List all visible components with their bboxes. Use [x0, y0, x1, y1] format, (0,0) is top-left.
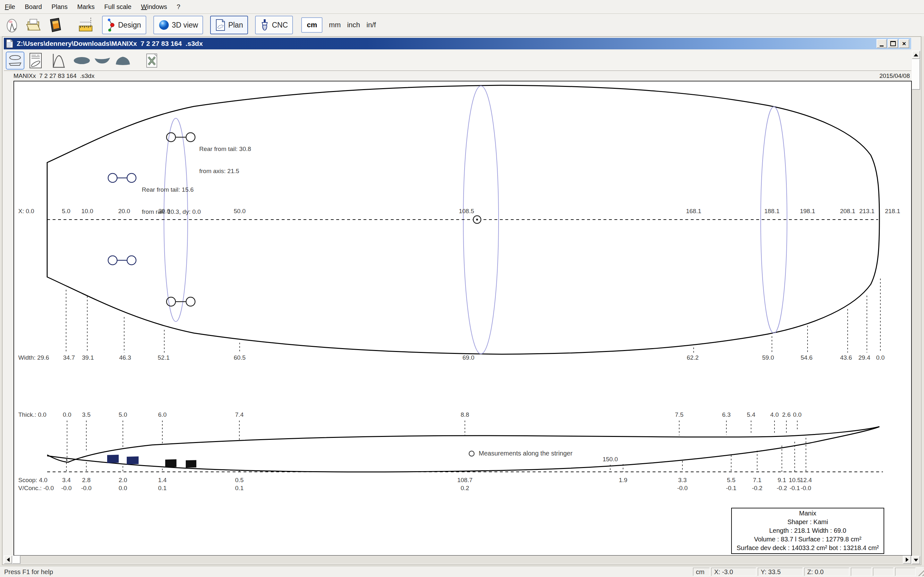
save-file-icon[interactable]	[46, 16, 63, 34]
measure-label: 0.2	[461, 485, 469, 492]
measure-label: 46.3	[120, 354, 131, 361]
minimize-icon	[880, 45, 884, 47]
crescent-icon	[94, 55, 111, 66]
spec-sheet-icon	[29, 52, 43, 69]
measure-label: -0.0	[801, 485, 811, 492]
maximize-button[interactable]	[888, 39, 898, 48]
menu-item-full-scale[interactable]: Full scale	[99, 0, 136, 13]
scroll-left-button[interactable]	[4, 556, 12, 564]
thickness-view-button[interactable]	[113, 52, 132, 69]
stringer-legend-marker	[469, 451, 474, 456]
length-150-label: 150.0	[603, 456, 618, 463]
measure-label: 0.0	[876, 354, 885, 361]
menu-item-plans[interactable]: Plans	[47, 0, 73, 13]
hand-pointer-icon	[5, 17, 19, 33]
area-curve-icon	[51, 53, 66, 69]
vertical-scroll-thumb[interactable]	[912, 59, 920, 90]
bottom-view-button[interactable]	[93, 52, 111, 69]
fin-plug-pair-side	[108, 173, 136, 182]
measure-label: 6.0	[158, 411, 166, 418]
vconc-row: V/Conc.: -0.0-0.0-0.00.00.10.10.2-0.0-0.…	[14, 485, 911, 492]
fin-annotation-line: from rail: 10.3, dy: 0.0	[142, 208, 201, 215]
measure-label: 0.0	[793, 411, 801, 418]
measure-label: 69.0	[463, 354, 475, 361]
status-x-value: X: -3.0	[714, 568, 733, 576]
outline-profile-view-button[interactable]	[6, 52, 24, 69]
scroll-up-button[interactable]	[912, 51, 920, 59]
window-controls: ✕	[877, 39, 909, 48]
fin-annotation-side: Rear from tail: 15.6 from rail: 10.3, dy…	[142, 171, 201, 230]
plan-button[interactable]: Plan	[210, 16, 248, 34]
measure-label: 7.4	[235, 411, 244, 418]
3d-view-button[interactable]: 3D view	[153, 16, 204, 34]
board-plan-canvas[interactable]: X: 0.05.010.020.030.050.0108.5168.1188.1…	[13, 81, 912, 556]
area-curve-button[interactable]	[49, 52, 68, 69]
arrow-left-icon	[7, 558, 10, 562]
board-info-box: Manix Shaper : Kami Length : 218.1 Width…	[731, 508, 884, 554]
measure-label: 29.4	[859, 354, 871, 361]
arrow-right-icon	[906, 558, 909, 562]
cnc-button[interactable]: CNC	[255, 16, 293, 34]
status-empty-panel	[873, 568, 893, 576]
arrow-up-icon	[914, 53, 918, 56]
scroll-down-button[interactable]	[912, 556, 920, 564]
menu-item-marks[interactable]: Marks	[73, 0, 99, 13]
fin-box-profile-3	[165, 459, 176, 467]
outline-view-button[interactable]	[73, 52, 91, 69]
spec-sheet-button[interactable]	[26, 52, 45, 69]
measure-label: 218.1	[885, 208, 900, 215]
document-date: 2015/04/08	[879, 73, 910, 79]
measure-label: -0.2	[777, 485, 787, 492]
measure-label: 50.0	[234, 208, 246, 215]
menu-item-windows[interactable]: Windows	[136, 0, 172, 13]
profile-bottom-ticks	[66, 438, 806, 472]
full-scale-tool-icon[interactable]	[78, 16, 95, 34]
excel-export-icon	[145, 53, 159, 69]
board-volume-surface: Volume : 83.7 l Surface : 12779.8 cm²	[732, 535, 884, 544]
design-button[interactable]: Design	[102, 16, 146, 34]
unit-mm[interactable]: mm	[329, 21, 341, 29]
width-row: Width: 29.634.739.146.352.160.569.062.25…	[14, 354, 911, 362]
measure-label: 0.0	[119, 485, 127, 492]
status-x-coordinate: X: -3.0	[711, 568, 756, 576]
export-excel-button[interactable]	[142, 52, 161, 69]
measure-label: 43.6	[840, 354, 852, 361]
select-tool-icon[interactable]	[4, 16, 21, 34]
scroll-right-button[interactable]	[903, 556, 911, 564]
vertical-scrollbar[interactable]	[912, 51, 920, 564]
measure-label: 0.5	[235, 477, 244, 484]
menu-item--[interactable]: ?	[172, 0, 185, 13]
measure-label: Width: 29.6	[18, 354, 49, 361]
measure-label: 208.1	[840, 208, 855, 215]
horizontal-scroll-thumb[interactable]	[12, 556, 21, 564]
close-button[interactable]: ✕	[899, 39, 909, 48]
measure-label: X: 0.0	[18, 208, 34, 215]
measure-label: 10.5	[789, 477, 801, 484]
measure-label: 188.1	[764, 208, 780, 215]
minimize-button[interactable]	[877, 39, 887, 48]
measure-label: 54.6	[801, 354, 813, 361]
menu-item-board[interactable]: Board	[20, 0, 47, 13]
measure-label: 6.3	[722, 411, 730, 418]
measure-label: -0.1	[726, 485, 737, 492]
fin-annotation-line: Rear from tail: 30.8	[199, 145, 251, 153]
sphere-3d-icon	[158, 19, 170, 31]
open-file-icon[interactable]	[25, 16, 42, 34]
menu-item-file[interactable]: File	[0, 0, 20, 13]
unit-inch[interactable]: inch	[347, 21, 360, 29]
stringer-legend-label: Measurements along the stringer	[479, 450, 572, 457]
measure-label: 59.0	[762, 354, 774, 361]
measure-label: -0.0	[61, 485, 72, 492]
measure-label: 168.1	[686, 208, 701, 215]
resize-grip[interactable]	[917, 568, 924, 576]
unit-inf[interactable]: in/f	[367, 21, 376, 29]
cnc-button-label: CNC	[272, 21, 288, 29]
measure-label: -0.1	[790, 485, 800, 492]
status-help-text: Press F1 for help	[2, 568, 691, 576]
document-icon	[6, 39, 13, 48]
unit-cm-selected[interactable]: cm	[301, 17, 322, 33]
document-title-bar[interactable]: Z:\Users\dennery\Downloads\MANIXx 7 2 27…	[4, 38, 911, 49]
measure-label: 5.0	[119, 411, 127, 418]
horizontal-scrollbar[interactable]	[4, 556, 911, 564]
board-model-name: Manix	[732, 509, 884, 518]
